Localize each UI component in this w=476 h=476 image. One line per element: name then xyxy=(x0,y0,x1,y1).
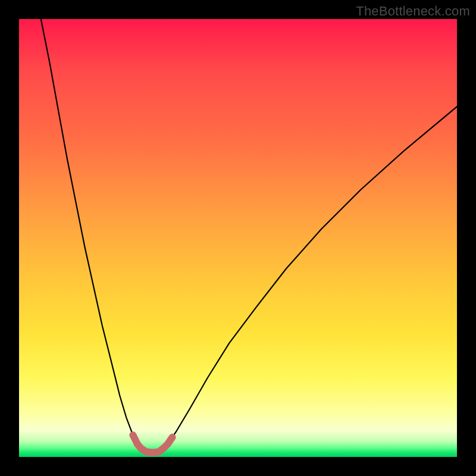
bottleneck-curve xyxy=(41,19,457,453)
watermark-text: TheBottleneck.com xyxy=(356,4,470,19)
plot-area xyxy=(19,19,457,457)
curve-layer xyxy=(19,19,457,457)
valley-highlight xyxy=(133,435,172,452)
chart-frame: TheBottleneck.com xyxy=(0,0,476,476)
